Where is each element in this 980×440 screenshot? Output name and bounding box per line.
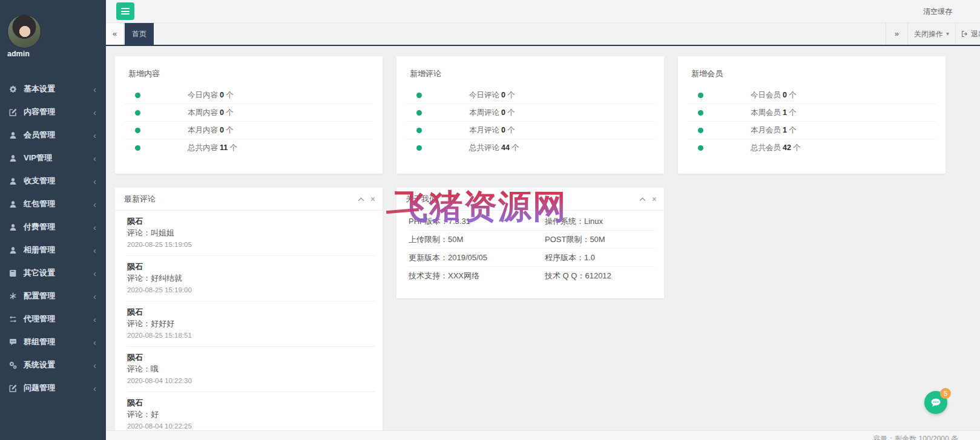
sidebar-item-redpacket[interactable]: 红包管理 ‹ <box>0 192 106 215</box>
username: admin <box>7 50 30 58</box>
comment-item: 陨石 评论：好好好 2020-08-25 15:18:51 <box>127 301 375 347</box>
avatar <box>7 15 41 48</box>
edit-icon <box>9 108 17 116</box>
sidebar-item-label: 会员管理 <box>24 130 55 140</box>
user-icon <box>9 246 17 254</box>
sidebar-item-finance[interactable]: 收支管理 ‹ <box>0 169 106 192</box>
sidebar-item-vip[interactable]: VIP管理 ‹ <box>0 146 106 169</box>
sidebar-item-other-settings[interactable]: 其它设置 ‹ <box>0 261 106 284</box>
stat-row: 本月会员1个 <box>687 122 936 139</box>
gear-icon <box>9 85 17 93</box>
hamburger-menu-button[interactable] <box>116 2 134 20</box>
sidebar-item-config[interactable]: 配置管理 ‹ <box>0 284 106 307</box>
notification-badge: 5 <box>940 388 951 399</box>
chevron-left-icon: ‹ <box>93 292 96 301</box>
upload-limit: 上传限制：50M <box>409 234 545 245</box>
chevron-left-icon: ‹ <box>93 384 96 393</box>
caret-down-icon: ▾ <box>946 23 949 45</box>
about-us-panel: 关于我们 × PHP版本：7.3.31 操作系统：Linux 上传限制：50M … <box>396 188 664 298</box>
comment-item: 陨石 评论：好纠结就 2020-08-25 15:19:00 <box>127 256 375 301</box>
collapse-panel-button[interactable] <box>639 197 646 202</box>
sidebar-item-groups[interactable]: 群组管理 ‹ <box>0 330 106 353</box>
sidebar-item-content[interactable]: 内容管理 ‹ <box>0 100 106 123</box>
about-row: 上传限制：50M POST限制：50M <box>409 231 655 249</box>
comment-icon <box>9 338 17 346</box>
green-dot-icon <box>135 145 140 151</box>
chat-fab-button[interactable]: 5 <box>924 391 947 414</box>
post-limit: POST限制：50M <box>545 234 655 245</box>
stat-row: 今日内容0个 <box>124 87 373 104</box>
chevron-left-icon: ‹ <box>93 269 96 278</box>
tech-support: 技术支持：XXX网络 <box>409 271 545 281</box>
stat-row: 今日评论0个 <box>406 87 655 104</box>
comment-time: 2020-08-04 10:22:25 <box>127 422 375 430</box>
edit-icon <box>9 384 17 392</box>
sidebar-item-questions[interactable]: 问题管理 ‹ <box>0 376 106 399</box>
tab-home[interactable]: 首页 <box>125 23 154 45</box>
stat-card-title: 新增评论 <box>396 56 664 87</box>
chevron-left-icon: ‹ <box>93 108 96 117</box>
chevron-left-icon: ‹ <box>93 361 96 370</box>
sidebar-item-label: 付费管理 <box>24 222 55 232</box>
tabs-scroll-left-button[interactable]: « <box>106 23 124 45</box>
chevron-left-icon: ‹ <box>93 246 96 255</box>
book-icon <box>9 269 17 277</box>
sidebar-menu: 基本设置 ‹ 内容管理 ‹ 会员管理 ‹ VIP管理 ‹ 收支管理 ‹ 红包管理… <box>0 77 106 399</box>
panel-header: 最新评论 × <box>115 188 383 211</box>
sidebar-item-basic-settings[interactable]: 基本设置 ‹ <box>0 77 106 100</box>
chevron-left-icon: ‹ <box>93 315 96 324</box>
green-dot-icon <box>135 93 140 98</box>
php-version: PHP版本：7.3.31 <box>409 216 545 227</box>
chevron-left-icon: ‹ <box>93 177 96 186</box>
sidebar-item-label: 收支管理 <box>24 176 55 186</box>
close-operations-dropdown[interactable]: 关闭操作 ▾ <box>907 23 955 45</box>
sidebar-item-label: 内容管理 <box>24 107 55 117</box>
sidebar-item-payment[interactable]: 付费管理 ‹ <box>0 215 106 238</box>
comment-time: 2020-08-25 15:19:00 <box>127 286 375 294</box>
sidebar-item-label: VIP管理 <box>24 153 52 163</box>
sidebar-item-label: 群组管理 <box>24 337 55 347</box>
logout-button[interactable]: 退出 <box>955 23 980 45</box>
stat-card-title: 新增内容 <box>115 56 383 87</box>
green-dot-icon <box>698 145 703 151</box>
close-panel-button[interactable]: × <box>652 195 657 203</box>
comment-author: 陨石 <box>127 262 375 271</box>
os: 操作系统：Linux <box>545 216 655 227</box>
exchange-icon <box>9 315 17 323</box>
stat-row: 本周评论0个 <box>406 104 655 122</box>
stat-card-content: 新增内容 今日内容0个 本周内容0个 本月内容0个 总共内容11个 <box>115 56 383 174</box>
stat-card-comments: 新增评论 今日评论0个 本周评论0个 本月评论0个 总共评论44个 <box>396 56 664 174</box>
sidebar-item-label: 系统设置 <box>24 360 55 370</box>
sidebar-item-label: 基本设置 <box>24 84 55 94</box>
about-row: 技术支持：XXX网络 技术 Q Q：612012 <box>409 267 655 285</box>
stat-row: 总共会员42个 <box>687 139 936 157</box>
green-dot-icon <box>698 128 703 133</box>
green-dot-icon <box>416 128 422 133</box>
about-row: PHP版本：7.3.31 操作系统：Linux <box>409 212 655 231</box>
comment-time: 2020-08-25 15:18:51 <box>127 331 375 340</box>
tabs-scroll-right-button[interactable]: » <box>886 23 907 45</box>
chevron-left-icon: ‹ <box>93 223 96 232</box>
tabbar: « 首页 » 关闭操作 ▾ 退出 <box>106 23 980 46</box>
collapse-panel-button[interactable] <box>358 197 364 202</box>
stat-row: 今日会员0个 <box>687 87 936 104</box>
green-dot-icon <box>135 110 140 116</box>
chevron-up-icon <box>639 197 646 202</box>
comment-text: 评论：哦 <box>127 364 375 374</box>
close-panel-button[interactable]: × <box>370 195 375 203</box>
sidebar-item-label: 问题管理 <box>24 383 55 393</box>
user-icon <box>9 131 17 139</box>
stat-card-members: 新增会员 今日会员0个 本周会员1个 本月会员1个 总共会员42个 <box>678 56 945 174</box>
chevron-left-icon: ‹ <box>93 338 96 347</box>
sidebar-item-album[interactable]: 相册管理 ‹ <box>0 238 106 261</box>
stat-row: 总共评论44个 <box>406 139 655 157</box>
asterisk-icon <box>9 292 17 300</box>
sidebar-item-label: 配置管理 <box>24 291 55 301</box>
user-icon <box>9 200 17 208</box>
sidebar-item-agent[interactable]: 代理管理 ‹ <box>0 307 106 330</box>
sidebar-item-system[interactable]: 系统设置 ‹ <box>0 353 106 376</box>
topbar: 清空缓存 <box>106 0 980 23</box>
sidebar-item-members[interactable]: 会员管理 ‹ <box>0 123 106 146</box>
footer: 容量：剩余数 100/2000 条 <box>106 430 980 440</box>
clear-cache-link[interactable]: 清空缓存 <box>923 0 952 23</box>
